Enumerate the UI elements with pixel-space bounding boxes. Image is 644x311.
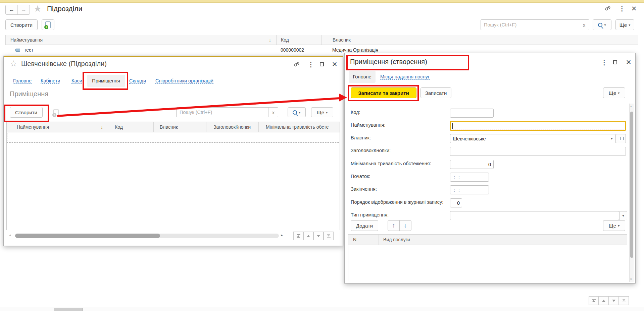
scroll-up-icon[interactable]: ▴ (630, 105, 632, 108)
magnifier-icon (598, 23, 602, 27)
chevron-down-icon[interactable]: ▾ (608, 137, 615, 140)
h-scroll-thumb[interactable] (15, 234, 160, 238)
services-table-header[interactable]: N Вид послуги (348, 235, 627, 245)
column-service-type[interactable]: Вид послуги (383, 237, 410, 242)
min-duration-field[interactable]: 0 (450, 160, 494, 169)
chevron-down-icon: ▾ (604, 23, 606, 27)
back-button[interactable]: ← (6, 5, 18, 14)
column-code[interactable]: Код (281, 37, 289, 43)
room-type-field[interactable] (450, 211, 619, 220)
column-owner[interactable]: Власник (160, 124, 178, 130)
room-type-dropdown-button[interactable]: ▾ (619, 211, 627, 220)
chevron-down-icon: ▾ (618, 224, 620, 228)
order-field[interactable]: 0 (450, 198, 462, 207)
column-n[interactable]: N (353, 237, 356, 242)
go-first-button[interactable] (293, 232, 303, 240)
services-more-button[interactable]: Ще▾ (603, 220, 625, 231)
tab-kasy[interactable]: Каси (71, 78, 82, 84)
tab-spivrobitnyky[interactable]: Співробітники організацій (155, 78, 213, 84)
scroll-right-icon[interactable]: ▸ (281, 233, 283, 237)
row-code: 000000002 (281, 47, 304, 53)
search-options-button[interactable]: ▾ (593, 19, 611, 30)
h-scroll-track[interactable] (15, 234, 279, 238)
tab-prymishchennia[interactable]: Приміщення (87, 75, 125, 87)
tab-mistsia-nadannia[interactable]: Місця надання послуг (380, 74, 430, 80)
maximize-icon[interactable] (613, 60, 617, 64)
v-scroll-thumb[interactable] (630, 112, 633, 258)
maximize-icon[interactable] (320, 62, 324, 66)
tab-kabinety[interactable]: Кабінети (41, 78, 60, 84)
empty-selected-row[interactable] (7, 133, 339, 143)
more-button[interactable]: Ще▾ (311, 107, 333, 117)
close-dialog-icon[interactable]: × (625, 57, 632, 67)
move-up-button[interactable]: ↑ (388, 220, 400, 231)
label-name: Найменування: (351, 122, 385, 128)
owner-value: Шевченківське (450, 136, 606, 141)
start-time-field[interactable]: : : (450, 173, 489, 182)
search-clear-icon[interactable]: x (268, 108, 278, 117)
more-button[interactable]: Ще▾ (615, 19, 634, 30)
bottom-strip (0, 307, 644, 311)
v-scroll-track[interactable]: ▴ ▾ (629, 104, 634, 282)
move-down-button[interactable]: ↓ (399, 220, 411, 231)
go-first-button[interactable] (589, 296, 599, 305)
column-owner[interactable]: Власник (333, 37, 351, 43)
save-and-close-button[interactable]: Записати та закрити (351, 87, 416, 98)
tab-holovne[interactable]: Головне (13, 78, 32, 84)
scroll-down-icon[interactable]: ▾ (630, 277, 632, 281)
text-cursor (452, 123, 453, 129)
scroll-left-icon[interactable]: ◂ (9, 233, 11, 237)
code-field[interactable] (450, 109, 494, 118)
link-icon[interactable] (293, 61, 300, 68)
create-room-button[interactable]: Створити (10, 107, 43, 118)
copy-item-button[interactable]: + (51, 108, 61, 117)
close-window-icon[interactable]: × (631, 3, 637, 14)
kebab-menu-icon[interactable]: ⋮ (601, 59, 606, 66)
close-dialog-icon[interactable]: × (331, 59, 338, 69)
start-time-value: : : (450, 175, 461, 180)
go-last-button[interactable] (619, 296, 629, 305)
save-button[interactable]: Записати (420, 87, 451, 98)
go-last-button[interactable] (324, 232, 334, 240)
go-prev-button[interactable] (303, 232, 313, 240)
button-title-field[interactable] (450, 147, 626, 156)
column-name[interactable]: Найменування (17, 124, 49, 130)
column-name[interactable]: Найменування (10, 37, 43, 43)
kebab-menu-icon[interactable]: ⋮ (308, 61, 312, 68)
kebab-menu-icon[interactable]: ⋮ (619, 5, 624, 12)
dialog-title: Приміщення (створення) (350, 58, 427, 66)
tab-holovne[interactable]: Головне (349, 71, 376, 83)
add-service-button[interactable]: Додати (351, 220, 378, 231)
go-next-button[interactable] (609, 296, 619, 305)
forward-button[interactable]: → (18, 5, 30, 14)
favorite-star-icon[interactable]: ★ (34, 3, 42, 14)
more-label: Ще (609, 223, 616, 229)
label-owner: Власник: (351, 135, 371, 140)
create-button[interactable]: Створити (5, 19, 38, 30)
owner-field[interactable]: Шевченківське ▾ (450, 134, 616, 143)
column-min-duration[interactable]: Мінімальна тривалість обсте (266, 124, 329, 130)
go-prev-button[interactable] (599, 296, 609, 305)
end-time-field[interactable]: : : (450, 185, 489, 194)
room-search-input[interactable]: Пошук (Ctrl+F) x (176, 107, 278, 117)
link-icon[interactable] (604, 5, 611, 12)
search-placeholder: Пошук (Ctrl+F) (177, 110, 268, 115)
search-input[interactable]: Пошук (Ctrl+F) x (481, 19, 589, 30)
search-clear-icon[interactable]: x (579, 20, 589, 30)
search-placeholder: Пошук (Ctrl+F) (481, 22, 579, 27)
label-button-title: ЗаголовокКнопки: (351, 148, 391, 153)
room-create-dialog: Приміщення (створення) ⋮ × Головне Місця… (344, 53, 636, 284)
favorite-star-outline-icon[interactable]: ☆ (10, 59, 17, 68)
more-button[interactable]: Ще▾ (603, 87, 625, 98)
tab-sklady[interactable]: Склади (129, 78, 146, 84)
departments-table-header[interactable]: Найменування ↓ Код Власник (5, 35, 638, 45)
chevron-down-icon: ▾ (299, 111, 300, 114)
rooms-table-header[interactable]: Найменування ↓ Код Власник ЗаголовокКноп… (7, 122, 340, 132)
column-code[interactable]: Код (115, 124, 123, 130)
create-new-item-button[interactable]: + (42, 19, 54, 30)
go-next-button[interactable] (313, 232, 324, 240)
name-field[interactable] (450, 121, 626, 131)
column-button-title[interactable]: ЗаголовокКнопки (213, 124, 251, 130)
search-options-button[interactable]: ▾ (288, 107, 306, 117)
owner-open-button[interactable] (616, 134, 626, 143)
